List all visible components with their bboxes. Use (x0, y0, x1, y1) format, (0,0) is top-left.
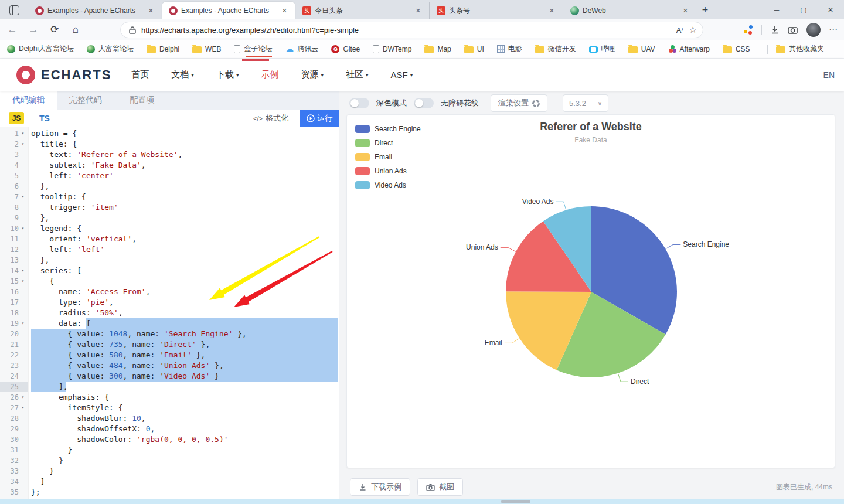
code-line[interactable]: 17 type: 'pie', (0, 297, 339, 308)
tab-close-icon[interactable]: ✕ (280, 6, 290, 16)
code-line[interactable]: 23 { value: 484, name: 'Union Ads' }, (0, 360, 339, 371)
code-line[interactable]: 5 left: 'center' (0, 171, 339, 181)
url-text[interactable]: https://echarts.apache.org/examples/zh/e… (141, 26, 671, 35)
code-line[interactable]: 13 }, (0, 255, 339, 265)
close-window-button[interactable]: ✕ (817, 0, 844, 19)
code-line[interactable]: 8 trigger: 'item' (0, 202, 339, 213)
tab-close-icon[interactable]: ✕ (413, 6, 423, 16)
code-line[interactable]: 35}; (0, 487, 339, 498)
code-line[interactable]: 34 ] (0, 476, 339, 487)
code-line[interactable]: 1▾option = { (0, 128, 339, 139)
code-line[interactable]: 22 { value: 580, name: 'Email' }, (0, 350, 339, 360)
bookmark-item[interactable]: ☁腾讯云 (285, 44, 318, 54)
capture-button[interactable]: 截图 (417, 478, 463, 496)
forward-icon[interactable]: → (25, 21, 42, 39)
other-bookmarks-folder[interactable]: 其他收藏夹 (776, 44, 824, 54)
nav-item-资源[interactable]: 资源▾ (301, 69, 324, 80)
nav-item-ASF[interactable]: ASF▾ (390, 70, 413, 80)
bookmark-item[interactable]: UAV (628, 45, 655, 53)
code-line[interactable]: 3 text: 'Referer of a Website', (0, 149, 339, 160)
horizontal-scrollbar[interactable] (0, 499, 844, 504)
ts-language-toggle[interactable]: TS (39, 114, 50, 123)
code-line[interactable]: 30 shadowColor: 'rgba(0, 0, 0, 0.5)' (0, 434, 339, 445)
nav-item-社区[interactable]: 社区▾ (346, 69, 369, 80)
fold-caret-icon[interactable]: ▾ (19, 265, 27, 276)
bookmark-item[interactable]: 盒子论坛 (234, 44, 272, 54)
code-line[interactable]: 7▾ tooltip: { (0, 192, 339, 202)
code-line[interactable]: 27▾ itemStyle: { (0, 403, 339, 413)
profile-avatar[interactable] (806, 23, 821, 37)
legend-item[interactable]: Direct (355, 136, 421, 150)
format-button[interactable]: </> 格式化 (253, 113, 288, 124)
nav-item-文档[interactable]: 文档▾ (171, 69, 194, 80)
browser-menu-icon[interactable]: ⋯ (829, 25, 838, 35)
editor-tab-配置项[interactable]: 配置项 (114, 91, 171, 110)
legend-item[interactable]: Video Ads (355, 178, 421, 192)
run-button[interactable]: 运行 (300, 110, 339, 127)
bookmark-item[interactable]: Map (424, 45, 451, 53)
minimize-button[interactable]: ─ (763, 0, 790, 19)
tab-close-icon[interactable]: ✕ (680, 6, 690, 16)
code-line[interactable]: 18 radius: '50%', (0, 308, 339, 318)
editor-tab-代码编辑[interactable]: 代码编辑 (0, 91, 57, 110)
bookmark-item[interactable]: UI (464, 45, 484, 53)
legend-item[interactable]: Search Engine (355, 122, 421, 136)
extension-icon[interactable] (744, 25, 753, 35)
code-area[interactable]: 1▾option = {2▾ title: {3 text: 'Referer … (0, 127, 339, 499)
fold-caret-icon[interactable]: ▾ (19, 128, 27, 139)
code-line[interactable]: 21 { value: 735, name: 'Direct' }, (0, 339, 339, 350)
bookmark-item[interactable]: DWTemp (373, 45, 411, 53)
code-line[interactable]: 33 } (0, 466, 339, 476)
screenshot-camera-icon[interactable] (788, 25, 798, 35)
code-line[interactable]: 11 orient: 'vertical', (0, 234, 339, 244)
tab-close-icon[interactable]: ✕ (547, 6, 557, 16)
fold-caret-icon[interactable]: ▾ (19, 392, 27, 403)
editor-tab-完整代码[interactable]: 完整代码 (57, 91, 114, 110)
refresh-icon[interactable]: ⟳ (46, 21, 63, 39)
fold-caret-icon[interactable]: ▾ (19, 192, 27, 202)
version-select[interactable]: 5.3.2 ∨ (563, 94, 608, 112)
code-line[interactable]: 16 name: 'Access From', (0, 287, 339, 297)
fold-caret-icon[interactable]: ▾ (19, 318, 27, 329)
download-example-button[interactable]: 下载示例 (350, 478, 410, 496)
nav-item-下载[interactable]: 下载▾ (216, 69, 239, 80)
render-settings-button[interactable]: 渲染设置 (491, 94, 547, 112)
fold-caret-icon[interactable]: ▾ (19, 403, 27, 413)
dark-mode-toggle[interactable] (349, 98, 369, 108)
code-line[interactable]: 4 subtext: 'Fake Data', (0, 160, 339, 171)
scrollbar-thumb[interactable] (501, 500, 530, 503)
code-line[interactable]: 32 } (0, 455, 339, 466)
bookmark-item[interactable]: Afterwarp (668, 45, 710, 53)
bookmark-item[interactable]: 哔哩 (589, 44, 615, 54)
bookmark-item[interactable]: CSS (723, 45, 750, 53)
fold-caret-icon[interactable]: ▾ (19, 276, 27, 287)
read-aloud-icon[interactable]: A⁾ (676, 26, 683, 35)
code-line[interactable]: 29 shadowOffsetX: 0, (0, 424, 339, 434)
bookmark-item[interactable]: Delphi (147, 45, 179, 53)
code-line[interactable]: 31 } (0, 445, 339, 455)
browser-tab[interactable]: Examples - Apache ECharts✕ (28, 2, 162, 19)
browser-tab[interactable]: DeWeb✕ (563, 2, 696, 19)
code-line[interactable]: 2▾ title: { (0, 139, 339, 149)
nav-item-首页[interactable]: 首页 (131, 69, 149, 80)
tab-workspaces-icon[interactable] (9, 5, 19, 15)
new-tab-button[interactable]: + (696, 1, 714, 19)
browser-tab[interactable]: Examples - Apache ECharts✕ (162, 2, 295, 19)
address-bar[interactable]: https://echarts.apache.org/examples/zh/e… (120, 22, 703, 38)
code-line[interactable]: 19▾ data: [ (0, 318, 339, 329)
language-switch[interactable]: EN (823, 70, 835, 80)
code-line[interactable]: 28 shadowBlur: 10, (0, 413, 339, 424)
fold-caret-icon[interactable]: ▾ (19, 139, 27, 149)
code-line[interactable]: 12 left: 'left' (0, 244, 339, 255)
back-icon[interactable]: ← (4, 21, 21, 39)
bookmark-item[interactable]: WEB (192, 45, 221, 53)
echarts-logo[interactable]: ECHARTS (16, 66, 111, 84)
bookmark-item[interactable]: 微信开发 (535, 44, 576, 54)
favorite-star-icon[interactable]: ☆ (689, 25, 697, 35)
bookmark-item[interactable]: GGitee (331, 45, 360, 53)
code-line[interactable]: 14▾ series: [ (0, 265, 339, 276)
code-line[interactable]: 26▾ emphasis: { (0, 392, 339, 403)
bookmark-item[interactable]: Delphi大富翁论坛 (7, 44, 74, 54)
code-line[interactable]: 20 { value: 1048, name: 'Search Engine' … (0, 329, 339, 339)
code-line[interactable]: 24 { value: 300, name: 'Video Ads' } (0, 371, 339, 382)
